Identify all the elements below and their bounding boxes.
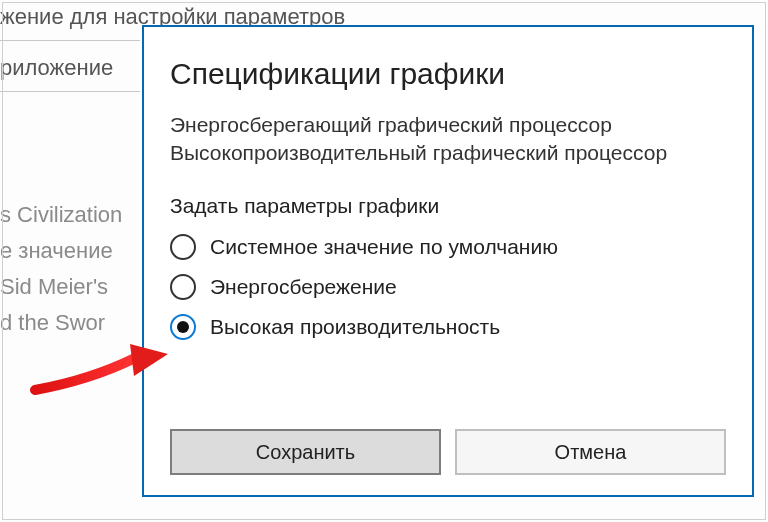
radio-label: Высокая производительность (210, 315, 500, 339)
radio-label: Системное значение по умолчанию (210, 235, 558, 259)
radio-icon (170, 314, 196, 340)
bg-divider (0, 40, 140, 41)
radio-option-power-saving[interactable]: Энергосбережение (170, 274, 726, 300)
cancel-button[interactable]: Отмена (455, 429, 726, 475)
graphics-spec-dialog: Спецификации графики Энергосберегающий г… (142, 25, 754, 497)
save-button[interactable]: Сохранить (170, 429, 441, 475)
dialog-title: Спецификации графики (170, 57, 726, 91)
bg-divider (0, 91, 140, 92)
radio-label: Энергосбережение (210, 275, 397, 299)
info-line: Энергосберегающий графический процессор (170, 111, 726, 139)
radio-icon (170, 274, 196, 300)
radio-icon (170, 234, 196, 260)
button-label: Отмена (555, 441, 627, 464)
dialog-info: Энергосберегающий графический процессор … (170, 111, 726, 168)
button-label: Сохранить (256, 441, 355, 464)
radio-option-high-performance[interactable]: Высокая производительность (170, 314, 726, 340)
info-line: Высокопроизводительный графический проце… (170, 139, 726, 167)
radio-group: Системное значение по умолчанию Энергосб… (170, 234, 726, 340)
dialog-buttons: Сохранить Отмена (170, 429, 726, 475)
radio-option-system-default[interactable]: Системное значение по умолчанию (170, 234, 726, 260)
section-label: Задать параметры графики (170, 194, 726, 218)
